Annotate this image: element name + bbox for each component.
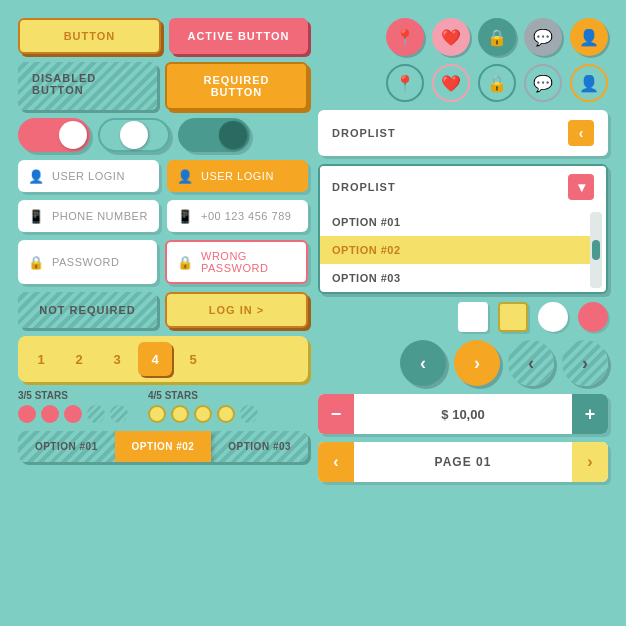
check-radio-row <box>318 302 608 332</box>
page-nav-label: PAGE 01 <box>354 455 572 469</box>
icon-lock-filled[interactable]: 🔒 <box>478 18 516 56</box>
icon-location-outline[interactable]: 📍 <box>386 64 424 102</box>
stars-dots-1 <box>18 405 128 423</box>
phone-icon-filled: 📱 <box>177 208 193 224</box>
lock-icon-default: 🔒 <box>28 254 44 270</box>
toggle-on[interactable] <box>18 118 90 152</box>
lock-icon-error: 🔒 <box>177 254 193 270</box>
price-stepper: − $ 10,00 + <box>318 394 608 434</box>
user-login-filled[interactable]: 👤 USER LOGIN <box>167 160 308 192</box>
checkbox-empty[interactable] <box>458 302 488 332</box>
user-icon-default: 👤 <box>28 168 44 184</box>
toggles-row <box>18 118 308 152</box>
password-default[interactable]: 🔒 PASSWORD <box>18 240 157 284</box>
page-3[interactable]: 3 <box>100 342 134 376</box>
login-button[interactable]: LOG IN > <box>165 292 308 328</box>
user-login-filled-label: USER LOGIN <box>201 170 274 182</box>
pagination: 1 2 3 4 5 <box>18 336 308 382</box>
page-1[interactable]: 1 <box>24 342 58 376</box>
tab-option-2-active[interactable]: OPTION #02 <box>115 431 212 462</box>
phone-placeholder-label: PHONE NUMBER <box>52 210 148 222</box>
icon-user-outline[interactable]: 👤 <box>570 64 608 102</box>
button-row-2: DISABLED BUTTON REQUIRED BUTTON <box>18 62 308 110</box>
tab-option-3[interactable]: OPTION #03 <box>211 431 308 462</box>
icon-heart-filled[interactable]: ❤️ <box>432 18 470 56</box>
phone-row: 📱 PHONE NUMBER 📱 +00 123 456 789 <box>18 200 308 232</box>
nav-right-stripe[interactable]: › <box>562 340 608 386</box>
star-dot-3[interactable] <box>64 405 82 423</box>
droplist-label: DROPLIST <box>332 127 396 139</box>
star-dot-y1[interactable] <box>148 405 166 423</box>
phone-filled-label: +00 123 456 789 <box>201 210 291 222</box>
user-login-label: USER LOGIN <box>52 170 125 182</box>
dropdown-open-label: DROPLIST <box>332 181 396 193</box>
dropdown-option-3[interactable]: OPTION #03 <box>320 264 590 292</box>
button-row-1: BUTTON ACTIVE BUTTON <box>18 18 308 54</box>
nav-arrows: ‹ › ‹ › <box>318 340 608 386</box>
button-default[interactable]: BUTTON <box>18 18 161 54</box>
dropdown-arrow-down[interactable]: ▾ <box>568 174 594 200</box>
star-dot-y4[interactable] <box>217 405 235 423</box>
stepper-plus-button[interactable]: + <box>572 394 608 434</box>
stars-group-1: 3/5 STARS <box>18 390 128 423</box>
checkbox-checked[interactable] <box>498 302 528 332</box>
button-active[interactable]: ACTIVE BUTTON <box>169 18 308 54</box>
star-dot-2[interactable] <box>41 405 59 423</box>
icon-chat-filled[interactable]: 💬 <box>524 18 562 56</box>
user-icon-filled: 👤 <box>177 168 193 184</box>
dropdown-option-1[interactable]: OPTION #01 <box>320 208 590 236</box>
nav-left-stripe[interactable]: ‹ <box>508 340 554 386</box>
dropdown-open: DROPLIST ▾ OPTION #01 OPTION #02 OPTION … <box>318 164 608 294</box>
button-disabled: DISABLED BUTTON <box>18 62 157 110</box>
icon-circles-filled: 📍 ❤️ 🔒 💬 👤 <box>318 18 608 56</box>
star-dot-1[interactable] <box>18 405 36 423</box>
icon-circles-outline: 📍 ❤️ 🔒 💬 👤 <box>318 64 608 102</box>
star-dot-y2[interactable] <box>171 405 189 423</box>
user-login-row: 👤 USER LOGIN 👤 USER LOGIN <box>18 160 308 192</box>
page-2[interactable]: 2 <box>62 342 96 376</box>
toggle-dark[interactable] <box>178 118 250 152</box>
tab-option-1[interactable]: OPTION #01 <box>18 431 115 462</box>
page-nav-left-button[interactable]: ‹ <box>318 442 354 482</box>
phone-default[interactable]: 📱 PHONE NUMBER <box>18 200 159 232</box>
toggle-mid[interactable] <box>98 118 170 152</box>
icon-user-filled[interactable]: 👤 <box>570 18 608 56</box>
password-row: 🔒 PASSWORD 🔒 WRONG PASSWORD <box>18 240 308 284</box>
page-nav-right-button[interactable]: › <box>572 442 608 482</box>
icon-heart-outline[interactable]: ❤️ <box>432 64 470 102</box>
star-dot-5[interactable] <box>110 405 128 423</box>
toggle-knob-mid <box>120 121 148 149</box>
not-required-button[interactable]: NOT REQUIRED <box>18 292 157 328</box>
star-dot-y3[interactable] <box>194 405 212 423</box>
icon-chat-outline[interactable]: 💬 <box>524 64 562 102</box>
star-dot-4[interactable] <box>87 405 105 423</box>
page-nav: ‹ PAGE 01 › <box>318 442 608 482</box>
stars-label-2: 4/5 STARS <box>148 390 258 401</box>
page-4-active[interactable]: 4 <box>138 342 172 376</box>
price-value: $ 10,00 <box>354 407 572 422</box>
icon-location-filled[interactable]: 📍 <box>386 18 424 56</box>
radio-checked[interactable] <box>578 302 608 332</box>
password-placeholder-label: PASSWORD <box>52 256 119 268</box>
page-5[interactable]: 5 <box>176 342 210 376</box>
radio-unchecked[interactable] <box>538 302 568 332</box>
stepper-minus-button[interactable]: − <box>318 394 354 434</box>
icon-lock-outline[interactable]: 🔒 <box>478 64 516 102</box>
user-login-default[interactable]: 👤 USER LOGIN <box>18 160 159 192</box>
dropdown-option-2-active[interactable]: OPTION #02 <box>320 236 590 264</box>
droplist-arrow-left[interactable]: ‹ <box>568 120 594 146</box>
toggle-knob-dark <box>219 121 247 149</box>
stars-dots-2 <box>148 405 258 423</box>
nav-right-orange[interactable]: › <box>454 340 500 386</box>
password-error-label: WRONG PASSWORD <box>201 250 296 274</box>
stars-section: 3/5 STARS 4/5 STARS <box>18 390 308 423</box>
star-dot-y5[interactable] <box>240 405 258 423</box>
button-required[interactable]: REQUIRED BUTTON <box>165 62 308 110</box>
nav-left-teal[interactable]: ‹ <box>400 340 446 386</box>
dropdown-header[interactable]: DROPLIST ▾ <box>320 166 606 208</box>
phone-filled[interactable]: 📱 +00 123 456 789 <box>167 200 308 232</box>
action-row: NOT REQUIRED LOG IN > <box>18 292 308 328</box>
phone-icon-default: 📱 <box>28 208 44 224</box>
droplist-closed[interactable]: DROPLIST ‹ <box>318 110 608 156</box>
password-error[interactable]: 🔒 WRONG PASSWORD <box>165 240 308 284</box>
